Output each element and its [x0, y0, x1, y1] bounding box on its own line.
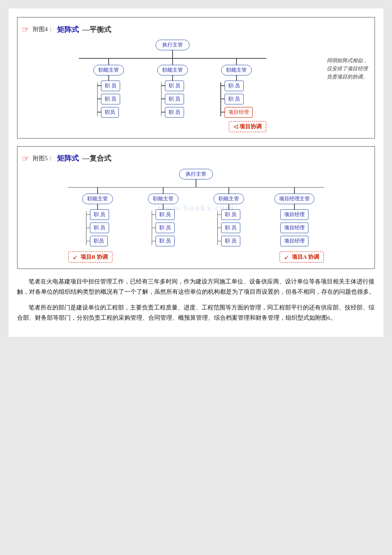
para1: 笔者在火电基建项目中担任管理工作，已经有三年多时间，作为建设方同施工单位、设备供… [17, 277, 375, 298]
d1-c2-emp-col: 职 员 职 员 职 员 [161, 81, 184, 118]
d1-c1-e1: 职 员 [101, 81, 120, 91]
d1-coord-label: 项目协调 [239, 123, 262, 130]
d2-c3-e1-row: 职 员 [218, 209, 240, 220]
d1-prefix: 附图4： [33, 26, 54, 33]
d1-c3-e3-row: 项目经理 [221, 107, 253, 118]
d1-c2-e1-tick [161, 85, 165, 86]
d2-c1-emp-wrap: 职 员 职 员 职员 [86, 209, 110, 246]
diagram2-box: www.bookx.com ☞ 附图5： 矩阵式 —复合式 执行主管 职能主 [17, 146, 375, 269]
d1-mid-row: 职能主管 职 员 [79, 59, 266, 118]
d2-c3-emp-col: 职 员 职 员 职 员 [218, 209, 240, 246]
d1-col3: 职能主管 职 员 [207, 59, 266, 118]
d2-c2-emp-wrap: 职 员 职 员 职 员 [152, 209, 175, 246]
d2-root-col: 执行主管 职能主管 [22, 169, 370, 263]
d2-c1-e2-row: 职 员 [86, 223, 109, 233]
d1-c2-e3-row: 职 员 [161, 107, 184, 118]
d2-c4-emp-col: 项目经理 项目经理 项目经理 [280, 209, 308, 246]
d1-suffix: —平衡式 [82, 25, 111, 35]
d2-c2-e3-tick [152, 241, 156, 242]
para2: 笔者所在的部门是建设单位的工程部，主要负责工程质量、进度、工程范围等方面的管理，… [17, 303, 375, 324]
d1-c2-e1: 职 员 [165, 81, 184, 91]
d2-c1-e1-row: 职 员 [86, 209, 109, 220]
d2-arrow-a: ↙ [284, 254, 289, 261]
d1-c1-e2: 职 员 [101, 94, 120, 104]
d1-c3-vup [236, 59, 237, 65]
diagram1-title: ☞ 附图4： 矩阵式 —平衡式 [22, 24, 370, 35]
d1-c1-e2-row: 职 员 [98, 94, 120, 104]
d2-c4-e1: 项目经理 [280, 209, 308, 220]
d1-c3-e3-tick [221, 112, 225, 113]
d1-c2-e2-row: 职 员 [161, 94, 184, 104]
d1-c3-e2-tick [221, 98, 225, 99]
d1-c2-vup [172, 59, 173, 65]
d1-mid2: 职能主管 [157, 65, 188, 75]
d1-c3-emp-col: 职 员 职 员 项目经理 [221, 81, 253, 118]
d2-c2-e2-row: 职 员 [152, 223, 175, 233]
d2-bottom-row: ↙ 项目B 协调 ↙ 项目A 协调 [68, 251, 324, 263]
d2-mid2: 职能主管 [148, 194, 179, 204]
d1-c1-e3: 职员 [101, 107, 119, 118]
d2-c4-e2: 项目经理 [280, 223, 308, 233]
d2-c4-e2-row: 项目经理 [280, 223, 308, 233]
d2-c4-vup [294, 188, 295, 194]
d2-c4-e1-row: 项目经理 [280, 209, 308, 220]
d2-mid1: 职能主管 [82, 194, 113, 204]
d2-c3-vup [228, 188, 229, 194]
d2-c1-e1-tick [86, 214, 90, 215]
d1-c3-emp-wrap: 职 员 职 员 项目经理 [220, 81, 253, 118]
d1-c1-e3-tick [98, 112, 101, 113]
d2-c2-e2-tick [152, 228, 156, 228]
d2-root-node: 执行主管 [179, 169, 213, 179]
d2-bold: 矩阵式 [57, 153, 79, 163]
d2-coord-b-box: ↙ 项目B 协调 [68, 251, 112, 263]
d1-arrow: ◁ [233, 123, 238, 130]
d2-coord-a-label: 项目A 协调 [292, 253, 319, 261]
d2-c2-e1-row: 职 员 [152, 209, 175, 220]
d1-col1: 职能主管 职 员 [79, 59, 138, 118]
d1-c1-e1-row: 职 员 [98, 81, 120, 91]
d2-c3-e3: 职 员 [221, 236, 240, 246]
d2-c2-e3: 职 员 [156, 236, 175, 246]
d1-c1-emp-wrap: 职 员 职 员 职员 [97, 81, 121, 118]
diagram1-note: 同弱矩阵式相似，仅安排了项目经理负责项目的协调。 [323, 40, 370, 132]
d2-c2-e1-tick [152, 214, 156, 215]
d2-c4-vdown [294, 204, 295, 209]
d2-c2-e2: 职 员 [156, 223, 175, 233]
d2-c1-emp-col: 职 员 职 员 职员 [86, 209, 109, 246]
diagram1-box: ☞ 附图4： 矩阵式 —平衡式 执行主管 [17, 17, 375, 139]
d2-c3-e2: 职 员 [221, 223, 240, 233]
d1-c3-e3: 项目经理 [225, 107, 253, 118]
d2-c1-e3-tick [86, 241, 90, 242]
d2-arrow-b: ↙ [73, 254, 78, 261]
d1-c2-e1-row: 职 员 [161, 81, 184, 91]
d2-c4-e3-row: 项目经理 [280, 236, 308, 246]
d2-col1: 职能主管 职 员 职 员 [68, 188, 127, 246]
d1-note-text: 同弱矩阵式相似，仅安排了项目经理负责项目的协调。 [327, 58, 368, 80]
d2-mid3: 职能主管 [213, 194, 244, 204]
d2-c1-e3-row: 职员 [86, 236, 109, 246]
d2-col4: 项目经理主管 项目经理 项目经理 项目经理 [265, 188, 324, 246]
d1-coord-box: ◁ 项目协调 [229, 121, 266, 132]
d1-c3-e1-row: 职 员 [221, 81, 253, 91]
d2-mid-row: 职能主管 职 员 职 员 [68, 188, 324, 246]
d1-root-vline [172, 50, 173, 58]
d2-c1-vup [97, 188, 98, 194]
d1-bottom-row: ◁ 项目协调 [79, 121, 266, 132]
d1-bold: 矩阵式 [57, 25, 79, 35]
d2-c2-vup [163, 188, 164, 194]
finger-icon-2: ☞ [22, 153, 29, 164]
diagram1-tree: 执行主管 [22, 40, 323, 132]
d1-mid3: 职能主管 [221, 65, 252, 75]
d2-c2-e3-row: 职 员 [152, 236, 175, 246]
d2-c4-e3: 项目经理 [280, 236, 308, 246]
d2-prefix: 附图5： [33, 155, 54, 162]
d2-c3-e1-tick [218, 214, 221, 215]
d2-c3-vdown [228, 204, 229, 209]
diagram2-title: ☞ 附图5： 矩阵式 —复合式 [22, 153, 370, 164]
d2-c1-e3: 职员 [90, 236, 108, 246]
finger-icon-1: ☞ [22, 24, 29, 35]
d1-c2-e3: 职 员 [165, 107, 184, 118]
d1-c3-e1: 职 员 [225, 81, 244, 91]
d2-root-vline [196, 179, 196, 187]
d2-coord-a-box: ↙ 项目A 协调 [280, 251, 324, 263]
